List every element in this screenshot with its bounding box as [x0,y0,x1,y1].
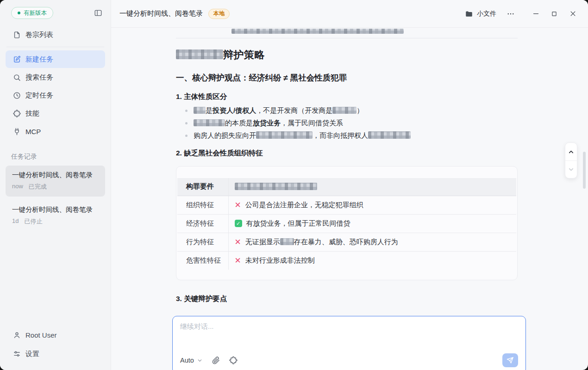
sidebar-item-new-task[interactable]: 新建任务 [6,50,105,68]
row-label: 经济特征 [177,214,228,233]
maximize-icon [551,11,557,17]
sidebar-top: 有新版本 [0,0,111,24]
table-header-row: 构罪要件 [177,178,516,196]
row-label: 行为特征 [177,233,228,251]
user-name: Root User [25,331,57,339]
model-selector[interactable]: Auto [180,357,203,364]
send-icon [507,357,514,364]
minimize-icon [532,10,539,17]
puzzle-icon [229,356,238,364]
maximize-button[interactable] [546,7,562,21]
redacted-name [194,107,206,114]
bullet-item: 的本质是放贷业务，属于民间借贷关系 [176,119,518,127]
ellipsis-icon [507,10,515,18]
green-dot-icon [18,12,20,14]
sidebar-item-settings[interactable]: 设置 [6,345,105,363]
panel-toggle-icon [94,9,102,17]
user-menu[interactable]: Root User [6,326,105,344]
task-record-item[interactable]: 一键分析时间线、阅卷笔录 now 已完成 [6,166,105,197]
composer-toolbar: Auto [173,353,525,370]
file-icon [13,31,21,39]
chat-input[interactable] [173,316,525,353]
app-window: 有新版本 卷宗列表 新建任务 搜索任务 定时任务 [0,0,588,370]
task-record-item[interactable]: 一键分析时间线、阅卷笔录 1d 已停止 [6,200,105,231]
sidebar: 有新版本 卷宗列表 新建任务 搜索任务 定时任务 [0,0,111,370]
sidebar-item-search-task[interactable]: 搜索任务 [6,68,105,86]
sliders-icon [13,350,21,358]
puzzle-icon [13,110,21,117]
sidebar-item-case-files[interactable]: 卷宗列表 [6,26,105,43]
skills-plugin-button[interactable] [229,356,238,364]
chevron-up-icon [568,148,575,155]
scrollbar-thumb[interactable] [583,152,586,189]
chat-composer: Auto [172,316,526,370]
bullet-list: 是投资人/债权人，不是开发商（开发商是） 的本质是放贷业务，属于民间借贷关系 购… [176,106,518,140]
attach-file-button[interactable] [212,357,220,364]
task-record-time: 1d [12,217,19,226]
minimize-button[interactable] [528,7,544,21]
row-label: 组织特征 [177,196,228,214]
sidebar-item-label: 新建任务 [25,55,53,64]
page-title: 一键分析时间线、阅卷笔录 [119,9,203,18]
search-icon [13,74,21,81]
core-viewpoint-heading: 一、核心辩护观点：经济纠纷 ≠ 黑社会性质犯罪 [176,72,518,83]
redacted-name [332,107,357,114]
redacted-name [176,49,223,59]
redacted-name [256,131,313,139]
model-selector-value: Auto [180,357,194,364]
sidebar-item-label: 定时任务 [25,91,53,100]
bullet-item: 是投资人/债权人，不是开发商（开发商是） [176,106,518,115]
table-row: 组织特征 ✕公司是合法注册企业，无稳定犯罪组织 [177,196,516,214]
table-header-col2 [228,178,516,196]
table-row: 经济特征 ✓有放贷业务，但属于正常民间借贷 [177,214,516,233]
settings-label: 设置 [25,350,39,358]
sidebar-divider [6,47,104,47]
sidebar-item-scheduled-task[interactable]: 定时任务 [6,86,105,104]
row-label: 危害性特征 [177,251,228,270]
x-mark-icon: ✕ [235,257,241,265]
row-value: ✕无证据显示存在暴力、威胁、恐吓购房人行为 [228,233,516,251]
chat-content: 辩护策略 一、核心辩护观点：经济纠纷 ≠ 黑社会性质犯罪 1. 主体性质区分 是… [111,28,588,370]
sidebar-item-mcp[interactable]: MCP [6,123,105,140]
sidebar-item-label: 技能 [25,109,39,118]
task-record-title: 一键分析时间线、阅卷笔录 [12,205,99,214]
sidebar-nav: 卷宗列表 新建任务 搜索任务 定时任务 技能 MCP [0,24,111,141]
send-button[interactable] [502,353,518,367]
more-options-button[interactable] [503,7,519,21]
analysis-document: 辩护策略 一、核心辩护观点：经济纠纷 ≠ 黑社会性质犯罪 1. 主体性质区分 是… [176,38,518,304]
close-button[interactable] [565,7,581,21]
new-version-badge[interactable]: 有新版本 [11,7,53,19]
redacted-name [194,119,225,126]
clipped-redacted-line [231,29,404,34]
task-record-title: 一键分析时间线、阅卷笔录 [12,171,99,179]
collapse-sidebar-button[interactable] [94,9,102,17]
row-value: ✕公司是合法注册企业，无稳定犯罪组织 [228,196,516,214]
sidebar-item-label: MCP [25,128,41,136]
chevron-down-icon [197,358,203,364]
table-header-col1: 构罪要件 [177,178,228,196]
small-files-button[interactable]: 小文件 [461,7,500,21]
scroll-down-button[interactable] [565,160,577,178]
scroll-nav [565,142,577,179]
task-records-title: 任务记录 [6,153,105,166]
folder-icon [465,10,473,18]
clock-icon [13,92,21,99]
scroll-up-button[interactable] [565,143,577,160]
crime-elements-table: 构罪要件 组织特征 ✕公司是合法注册企业，无稳定犯罪组织 经济特征 [177,178,516,270]
subsection-1-title: 1. 主体性质区分 [176,92,518,102]
row-value: ✕未对行业形成非法控制 [228,251,516,270]
close-icon [569,10,576,17]
sidebar-item-label: 卷宗列表 [25,31,53,39]
check-mark-icon: ✓ [235,220,242,227]
small-files-label: 小文件 [477,10,496,18]
redacted-name [235,183,317,190]
local-badge: 本地 [208,9,230,19]
task-record-status: 已停止 [24,217,42,226]
x-mark-icon: ✕ [235,201,241,209]
redacted-name [368,131,411,139]
subsection-3-title: 3. 关键辩护要点 [176,294,518,304]
edit-icon [13,56,21,63]
paperclip-icon [212,357,220,364]
user-icon [13,331,21,339]
sidebar-item-skills[interactable]: 技能 [6,105,105,122]
